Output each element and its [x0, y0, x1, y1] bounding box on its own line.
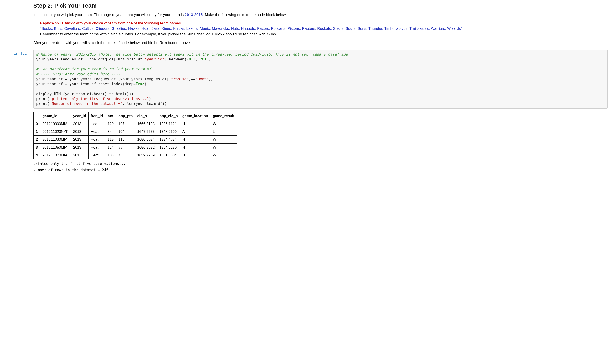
- code-l6f: ): [145, 82, 147, 86]
- table-cell: L: [210, 128, 237, 135]
- intro-years: 2013-2015: [185, 13, 203, 17]
- table-row: 3201211050MIA2013Heat124991656.56521504.…: [34, 143, 237, 151]
- table-cell: 116: [116, 136, 135, 143]
- table-row-index: 4: [34, 151, 40, 159]
- code-l2e: ].between(: [164, 57, 186, 61]
- table-row-index: 1: [34, 128, 40, 135]
- intro-text-a: In this step, you will pick your team. T…: [33, 13, 185, 17]
- after-a: After you are done with your edits, clic…: [33, 41, 160, 45]
- code-l7: display(HTML(your_team_df.head().to_html…: [36, 92, 134, 96]
- table-cell: 1586.1121: [157, 120, 180, 128]
- step-heading: Step 2: Pick Your Team: [33, 2, 608, 9]
- team-list: *Bucks, Bulls, Cavaliers, Celtics, Clipp…: [40, 26, 462, 31]
- table-cell: 119: [105, 136, 116, 143]
- output-text-1: printed only the first five observations…: [33, 161, 608, 166]
- code-l2a: your_years_leagues_df: [36, 57, 85, 61]
- table-header-cell: fran_id: [88, 112, 105, 120]
- instruction-item: Replace ??TEAM?? with your choice of tea…: [40, 21, 608, 37]
- table-cell: 1554.4674: [157, 136, 180, 143]
- intro-text-b: . Make the following edits to the code b…: [203, 13, 287, 17]
- code-l5g: 'Heat': [195, 77, 209, 81]
- code-l5d: 'fran_id': [169, 77, 189, 81]
- code-l2c: nba_orig_df[(nba_orig_df[: [87, 57, 144, 61]
- table-row: 4201211070MIA2013Heat103731659.72391361.…: [34, 151, 237, 159]
- output-text-2: Number of rows in the dataset = 246: [33, 168, 608, 172]
- code-l8c: "printed only the first five observation…: [50, 97, 149, 101]
- table-cell: 1650.0934: [135, 136, 157, 143]
- table-cell: 124: [105, 143, 116, 151]
- table-cell: 2013: [71, 120, 88, 128]
- table-cell: H: [180, 136, 210, 143]
- code-l9d: ,: [122, 102, 127, 106]
- table-row-index: 0: [34, 120, 40, 128]
- input-prompt: In [11]:: [4, 50, 33, 172]
- table-cell: 1548.2699: [157, 128, 180, 135]
- instruction-red: Replace ??TEAM?? with your choice of tea…: [40, 21, 182, 25]
- code-l6a: your_team_df: [36, 82, 65, 86]
- table-header-cell: pts: [105, 112, 116, 120]
- after-paragraph: After you are done with your edits, clic…: [33, 40, 608, 46]
- table-header-row: game_idyear_idfran_idptsopp_ptselo_nopp_…: [34, 112, 237, 120]
- code-l6d: =: [134, 82, 136, 86]
- code-l6c: your_team_df.reset_index(drop: [67, 82, 134, 86]
- table-cell: W: [210, 136, 237, 143]
- table-cell: W: [210, 143, 237, 151]
- table-cell: H: [180, 151, 210, 159]
- table-header-cell: year_id: [71, 112, 88, 120]
- table-cell: 103: [105, 151, 116, 159]
- table-row-index: 2: [34, 136, 40, 143]
- code-l2g: ,: [195, 57, 200, 61]
- code-body: # Range of years: 2013-2015 (Note: The l…: [33, 50, 608, 172]
- table-cell: Heat: [88, 151, 105, 159]
- instruction-list: Replace ??TEAM?? with your choice of tea…: [33, 21, 608, 37]
- table-cell: 1647.6675: [135, 128, 157, 135]
- table-header-cell: opp_elo_n: [157, 112, 180, 120]
- table-cell: 1504.0280: [157, 143, 180, 151]
- red-a: Replace: [40, 21, 55, 25]
- code-l5c: your_years_leagues_df[(your_years_league…: [67, 77, 169, 81]
- code-l5f: ==: [191, 77, 195, 81]
- table-row-index: 3: [34, 143, 40, 151]
- table-cell: 120: [105, 120, 116, 128]
- remember-text: Remember to enter the team name within s…: [40, 32, 278, 36]
- code-l6e: True: [136, 82, 145, 86]
- red-b: with your choice of team from one of the…: [75, 21, 182, 25]
- table-cell: 2013: [71, 128, 88, 135]
- table-cell: H: [180, 143, 210, 151]
- prompt-empty: In [ ]:: [4, 2, 33, 49]
- code-l9a: print: [36, 102, 47, 106]
- comment-3: # The dataframe for your team is called …: [36, 67, 153, 71]
- code-l2b: =: [85, 57, 87, 61]
- table-cell: Heat: [88, 128, 105, 135]
- team-token: ??TEAM??: [55, 21, 75, 25]
- table-header-cell: opp_pts: [116, 112, 135, 120]
- code-l5a: your_team_df: [36, 77, 65, 81]
- code-l9c: "Number of rows in the dataset =": [50, 102, 122, 106]
- table-cell: 73: [116, 151, 135, 159]
- table-cell: 201211030MIA: [40, 136, 71, 143]
- code-l6b: =: [65, 82, 67, 86]
- code-l8d: ): [149, 97, 151, 101]
- table-header-cell: [34, 112, 40, 120]
- table-cell: 201210300MIA: [40, 120, 71, 128]
- code-input-area[interactable]: # Range of years: 2013-2015 (Note: The l…: [33, 50, 608, 109]
- table-header-cell: elo_n: [135, 112, 157, 120]
- table-header-cell: game_result: [210, 112, 237, 120]
- table-row: 2201211030MIA2013Heat1191161650.09341554…: [34, 136, 237, 143]
- table-cell: 201211050MIA: [40, 143, 71, 151]
- code-l5h: )]: [209, 77, 213, 81]
- notebook: In [ ]: Step 2: Pick Your Team In this s…: [0, 0, 612, 182]
- table-cell: 104: [116, 128, 135, 135]
- table-header-cell: game_id: [40, 112, 71, 120]
- code-l2h: 2015: [200, 57, 209, 61]
- table-cell: W: [210, 151, 237, 159]
- code-l5b: =: [65, 77, 67, 81]
- table-cell: 2013: [71, 151, 88, 159]
- run-word: Run: [160, 41, 167, 45]
- table-cell: Heat: [88, 120, 105, 128]
- table-cell: 201211020NYK: [40, 128, 71, 135]
- table-cell: 107: [116, 120, 135, 128]
- output-table: game_idyear_idfran_idptsopp_ptselo_nopp_…: [33, 112, 237, 159]
- table-cell: 201211070MIA: [40, 151, 71, 159]
- table-cell: Heat: [88, 143, 105, 151]
